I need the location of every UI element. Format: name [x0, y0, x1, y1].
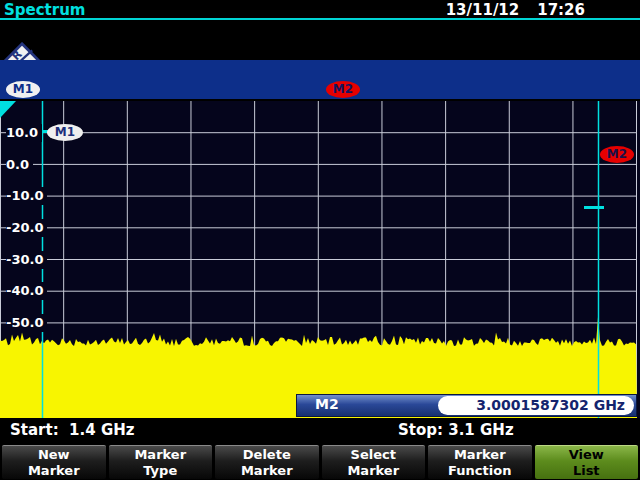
start-frequency: Start: 1.4 GHz: [10, 418, 135, 443]
softkey-marker-type[interactable]: MarkerType: [109, 445, 213, 479]
marker-frequency-input[interactable]: 3.0001587302 GHz: [438, 396, 634, 415]
y-axis-tick: -50.0: [6, 314, 47, 332]
softkey-bar: NewMarker MarkerType DeleteMarker Select…: [0, 443, 640, 480]
y-axis-tick: -20.0: [6, 219, 47, 237]
softkey-marker-function[interactable]: MarkerFunction: [428, 445, 532, 479]
stop-frequency: Stop: 3.1 GHz: [398, 418, 514, 443]
marker-entry-box: M2 3.0001587302 GHz: [296, 394, 637, 417]
softkey-delete-marker[interactable]: DeleteMarker: [215, 445, 319, 479]
spectrum-analyzer-screen: Spectrum 13/11/1217:26 R S Ref:20.0 dBm …: [0, 0, 640, 480]
y-axis-tick: 0.0: [6, 156, 33, 174]
softkey-new-marker[interactable]: NewMarker: [2, 445, 106, 479]
marker1-flag[interactable]: M1: [47, 124, 83, 141]
softkey-view-list[interactable]: ViewList: [535, 445, 639, 479]
frequency-status-row: Start: 1.4 GHz Stop: 3.1 GHz: [0, 418, 640, 443]
entry-box-label: M2: [315, 396, 339, 412]
y-axis-tick: -40.0: [6, 282, 47, 300]
y-axis-tick: 10.0: [6, 124, 42, 142]
y-axis-tick: -10.0: [6, 187, 47, 205]
marker2-flag[interactable]: M2: [600, 146, 634, 163]
softkey-select-marker[interactable]: SelectMarker: [322, 445, 426, 479]
y-axis-tick: -30.0: [6, 251, 47, 269]
